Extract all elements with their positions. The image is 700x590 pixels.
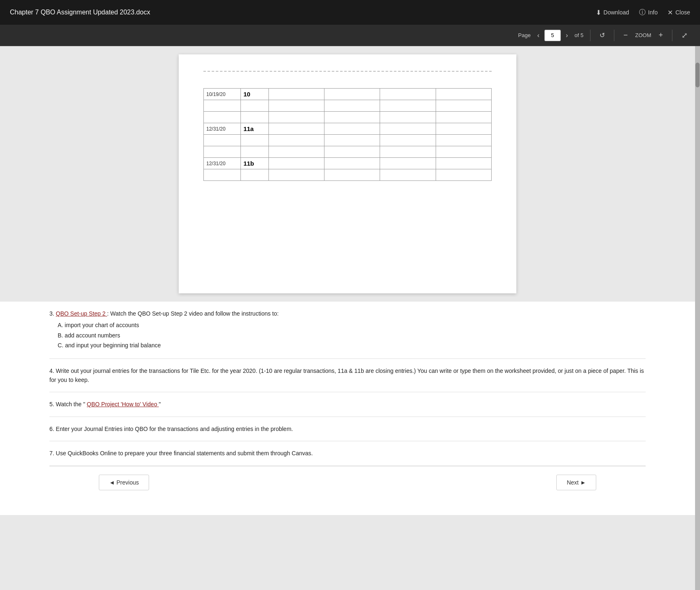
- table-cell-num: 11b: [241, 158, 269, 169]
- item4-text: 4. Write out your journal entries for th…: [49, 366, 646, 385]
- table-cell-data: [268, 89, 324, 100]
- toolbar-divider-2: [614, 30, 614, 41]
- next-page-button[interactable]: ›: [563, 30, 570, 41]
- previous-button[interactable]: ◄ Previous: [99, 475, 149, 490]
- item5-before: Watch the ": [56, 401, 85, 407]
- toolbar-divider-3: [672, 30, 672, 41]
- close-icon: ✕: [667, 9, 673, 16]
- bottom-nav: ◄ Previous Next ►: [49, 466, 646, 499]
- download-button[interactable]: ⬇ Download: [596, 9, 629, 16]
- dashed-divider: [203, 71, 492, 72]
- text-content: 3. QBO Set-up Step 2 : Watch the QBO Set…: [0, 302, 695, 515]
- viewer-area[interactable]: 10/19/20 10: [0, 46, 695, 590]
- page-label: Page: [518, 32, 530, 38]
- info-button[interactable]: ⓘ Info: [639, 8, 658, 17]
- close-label: Close: [675, 9, 690, 16]
- main-content: 10/19/20 10: [0, 46, 700, 590]
- close-button[interactable]: ✕ Close: [667, 9, 690, 16]
- table-row: 12/31/20 11a: [204, 123, 492, 135]
- item3-text: 3. QBO Set-up Step 2 : Watch the QBO Set…: [49, 309, 646, 318]
- table-cell-data: [324, 89, 380, 100]
- expand-icon: ⤢: [681, 31, 688, 40]
- qbo-setup-link[interactable]: QBO Set-up Step 2: [56, 310, 107, 317]
- item6-body: Enter your Journal Entries into QBO for …: [56, 426, 293, 432]
- zoom-out-icon: −: [623, 31, 628, 39]
- sub-item-a: A. import your chart of accounts: [58, 321, 646, 330]
- zoom-out-button[interactable]: −: [621, 29, 630, 41]
- item3-sublist: A. import your chart of accounts B. add …: [58, 321, 646, 350]
- table-row: [204, 112, 492, 123]
- page-number-input[interactable]: [544, 30, 561, 41]
- sub-item-c: C. and input your beginning trial balanc…: [58, 341, 646, 350]
- item3-suffix: : Watch the QBO Set-up Step 2 video and …: [107, 310, 279, 317]
- item5-after: ": [159, 401, 161, 407]
- total-pages: of 5: [574, 32, 583, 38]
- zoom-in-button[interactable]: +: [656, 29, 665, 41]
- prev-icon: ‹: [537, 32, 539, 39]
- item6-number: 6.: [49, 426, 54, 432]
- table-cell-date: 12/31/20: [204, 158, 241, 169]
- item7-number: 7.: [49, 450, 54, 457]
- content-item-4: 4. Write out your journal entries for th…: [49, 359, 646, 393]
- content-item-5: 5. Watch the " QBO Project 'How to' Vide…: [49, 392, 646, 417]
- scrollbar-thumb[interactable]: [695, 63, 700, 87]
- top-bar-actions: ⬇ Download ⓘ Info ✕ Close: [596, 8, 690, 17]
- table-cell-date: 12/31/20: [204, 123, 241, 135]
- content-item-6: 6. Enter your Journal Entries into QBO f…: [49, 417, 646, 441]
- item4-number: 4.: [49, 368, 54, 374]
- top-bar: Chapter 7 QBO Assignment Updated 2023.do…: [0, 0, 700, 25]
- table-row: [204, 146, 492, 158]
- zoom-label: ZOOM: [635, 32, 651, 38]
- journal-table: 10/19/20 10: [203, 88, 492, 181]
- next-button[interactable]: Next ►: [556, 475, 596, 490]
- content-item-7: 7. Use QuickBooks Online to prepare your…: [49, 441, 646, 466]
- refresh-button[interactable]: ↺: [597, 30, 607, 41]
- content-item-3: 3. QBO Set-up Step 2 : Watch the QBO Set…: [49, 302, 646, 359]
- table-row: 10/19/20 10: [204, 89, 492, 100]
- table-row: [204, 100, 492, 112]
- info-label: Info: [648, 9, 658, 16]
- table-cell-num: 10: [241, 89, 269, 100]
- item5-number: 5.: [49, 401, 54, 407]
- page-nav-group: Page ‹ › of 5: [518, 30, 583, 41]
- table-cell-date: 10/19/20: [204, 89, 241, 100]
- table-cell-num: 11a: [241, 123, 269, 135]
- toolbar: Page ‹ › of 5 ↺ − ZOOM + ⤢: [0, 25, 700, 46]
- expand-button[interactable]: ⤢: [679, 29, 690, 42]
- item6-text: 6. Enter your Journal Entries into QBO f…: [49, 424, 646, 433]
- item5-text: 5. Watch the " QBO Project 'How to' Vide…: [49, 400, 646, 409]
- toolbar-divider-1: [590, 30, 590, 41]
- download-label: Download: [604, 9, 629, 16]
- prev-page-button[interactable]: ‹: [535, 30, 542, 41]
- table-row: 12/31/20 11b: [204, 158, 492, 169]
- next-icon: ›: [566, 32, 568, 39]
- item7-text: 7. Use QuickBooks Online to prepare your…: [49, 449, 646, 458]
- right-scrollbar[interactable]: [695, 46, 700, 590]
- sub-item-b: B. add account numbers: [58, 331, 646, 340]
- item7-body: Use QuickBooks Online to prepare your th…: [56, 450, 313, 457]
- table-row: [204, 135, 492, 146]
- qbo-video-link[interactable]: QBO Project 'How to' Video: [87, 401, 159, 407]
- item3-number: 3.: [49, 310, 54, 317]
- item4-body: Write out your journal entries for the t…: [49, 368, 644, 383]
- info-icon: ⓘ: [639, 8, 646, 17]
- table-cell-data: [436, 89, 491, 100]
- document-page: 10/19/20 10: [179, 54, 516, 293]
- table-cell-data: [380, 89, 436, 100]
- document-title: Chapter 7 QBO Assignment Updated 2023.do…: [10, 9, 150, 16]
- table-row: [204, 169, 492, 181]
- download-icon: ⬇: [596, 9, 601, 16]
- zoom-in-icon: +: [658, 31, 663, 39]
- refresh-icon: ↺: [600, 32, 605, 39]
